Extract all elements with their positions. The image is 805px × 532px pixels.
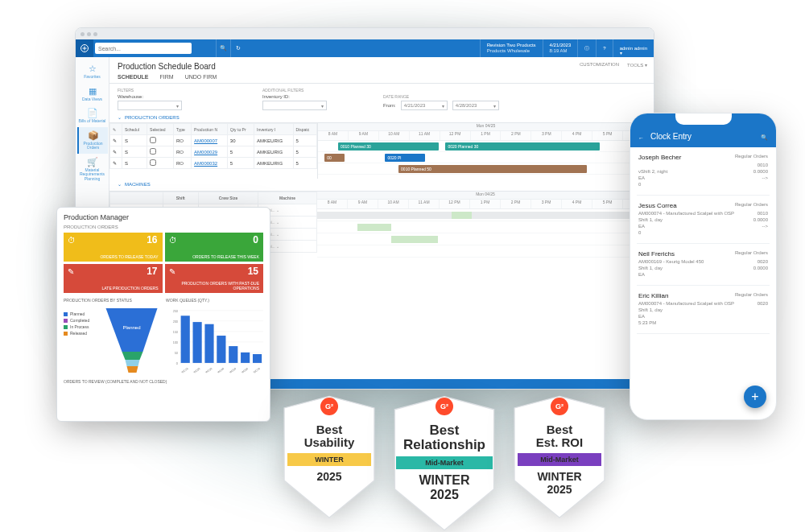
svg-rect-18 [181, 315, 190, 363]
award-badge: G² BestUsability WINTER 2025 [280, 394, 378, 522]
nav-item[interactable]: 📄Bills of Material [77, 105, 108, 127]
svg-rect-24 [217, 336, 225, 363]
svg-text:WC40: WC40 [217, 367, 225, 374]
row-checkbox[interactable] [150, 148, 156, 155]
nav-item[interactable]: ☆Favorites [77, 60, 108, 83]
svg-text:0: 0 [176, 362, 178, 365]
svg-text:WC60: WC60 [241, 367, 249, 374]
app-logo-icon[interactable] [76, 39, 93, 57]
customization-link[interactable]: CUSTOMIZATION [580, 62, 619, 68]
machines-gantt[interactable]: Mon 04/25 8 AM9 AM10 AM11 AM12 PM1 PM2 P… [317, 192, 654, 258]
svg-rect-20 [193, 322, 202, 363]
warehouse-select[interactable]: ▾ [118, 101, 182, 110]
date-to[interactable]: 4/28/2023▾ [452, 101, 499, 110]
phone-search-icon[interactable]: 🔍 [761, 134, 768, 141]
svg-text:WC10: WC10 [181, 367, 189, 374]
svg-text:Planned: Planned [122, 325, 140, 330]
row-checkbox[interactable] [150, 137, 156, 143]
svg-marker-2 [122, 352, 143, 360]
nav-item[interactable]: 📦Production Orders [77, 127, 108, 154]
gantt-bar[interactable]: 0010 Planned 50 [398, 165, 587, 173]
tools-menu[interactable]: TOOLS ▾ [627, 62, 647, 68]
filter-bar: FILTERS Warehouse: ▾ ADDITIONAL FILTERS … [109, 84, 654, 112]
gantt-bar[interactable]: 0020 Planned 30 [445, 142, 600, 151]
list-item[interactable]: Jesus CorreaRegular Orders AM000074 - Ma… [637, 196, 770, 244]
table-row[interactable]: ✎SROAM0000295AMKEURIG5 [110, 146, 317, 158]
kpi-tile[interactable]: ⏱16ORDERS TO RELEASE TODAY [64, 233, 163, 262]
page-title: Production Schedule Board [109, 57, 654, 72]
table-row[interactable]: ✎SROAM0000325AMKEURIG5 [110, 158, 317, 169]
date-display[interactable]: 4/21/20238:19 AM [543, 39, 578, 57]
funnel-chart: PlannedCompletedIn ProcessReleased Plann… [64, 305, 161, 376]
list-item[interactable]: Joseph BecherRegular Orders 0010 vShift … [637, 147, 770, 196]
gantt-bar[interactable]: 0010 Planned 30 [338, 142, 439, 151]
svg-marker-3 [126, 360, 140, 366]
tab[interactable]: UNDO FIRM [185, 74, 217, 80]
list-item[interactable]: Eric KillianRegular Orders AM000074 - Ma… [637, 286, 770, 334]
svg-text:WC70: WC70 [253, 367, 261, 374]
award-badge: G² BestEst. ROI Mid-Market WINTER2025 [510, 394, 609, 522]
user-menu[interactable]: 👤 admin admin ▾ [613, 39, 654, 57]
company-selector[interactable]: Revision Two Products Products Wholesale [480, 39, 543, 57]
tab[interactable]: SCHEDULE [118, 74, 149, 80]
orders-section-header[interactable]: ⌄PRODUCTION ORDERS [109, 112, 654, 122]
svg-text:WC20: WC20 [193, 367, 201, 374]
award-badges: G² BestUsability WINTER 2025 G² BestRela… [280, 394, 609, 532]
gantt-bar[interactable]: 0020 Pl [385, 154, 425, 162]
search-button[interactable]: 🔍 [216, 39, 230, 57]
mobile-preview: ← Clock Entry 🔍 Joseph BecherRegular Ord… [630, 113, 777, 420]
help-icon[interactable]: ? [596, 39, 612, 57]
svg-rect-30 [253, 354, 262, 363]
svg-text:200: 200 [173, 320, 178, 324]
svg-rect-26 [229, 346, 237, 363]
back-icon[interactable]: ← [638, 135, 644, 141]
svg-marker-1 [106, 308, 158, 352]
list-item[interactable]: Neil FrerichsRegular Orders AM000169 - K… [637, 244, 770, 286]
card-title: Production Manager [64, 213, 263, 221]
table-row[interactable]: ✎SROAM00000730AMKEURIG5 [110, 135, 317, 146]
help-button[interactable]: ⓘ [577, 39, 596, 57]
machines-section-header[interactable]: ⌄MACHINES [109, 179, 654, 189]
svg-rect-22 [204, 324, 213, 363]
svg-text:WC30: WC30 [205, 367, 213, 374]
kpi-tile[interactable]: ✎17LATE PRODUCTION ORDERS [64, 264, 163, 293]
svg-text:WC50: WC50 [229, 367, 237, 374]
refresh-button[interactable]: ↻ [230, 39, 245, 57]
orders-gantt[interactable]: Mon 04/25 8 AM9 AM10 AM11 AM12 PM1 PM2 P… [317, 123, 654, 179]
phone-title: Clock Entry [650, 132, 754, 141]
svg-text:100: 100 [173, 341, 178, 344]
orders-table: ✎SchedulSelectedTypeProduction NQty to P… [109, 123, 317, 169]
app-header: 🔍 ↻ Revision Two Products Products Whole… [76, 39, 654, 57]
svg-text:250: 250 [173, 310, 178, 313]
tab[interactable]: FIRM [160, 74, 174, 80]
add-fab[interactable]: + [744, 386, 766, 408]
svg-text:150: 150 [173, 331, 178, 334]
row-checkbox[interactable] [150, 159, 156, 166]
production-manager-card: Production Manager PRODUCTION ORDERS ⏱16… [56, 207, 270, 422]
page-tabs: SCHEDULEFIRMUNDO FIRM [109, 72, 654, 84]
kpi-tile[interactable]: ⏱0ORDERS TO RELEASE THIS WEEK [165, 233, 264, 262]
search-input[interactable] [95, 43, 192, 54]
date-from[interactable]: 4/21/2023▾ [401, 101, 448, 110]
nav-item[interactable]: 🛒Material Requirements Planning [77, 154, 108, 185]
inventory-select[interactable]: ▾ [262, 101, 327, 110]
nav-item[interactable]: ▦Data Views [77, 83, 108, 105]
award-badge: G² BestRelationship Mid-Market WINTER202… [388, 394, 501, 532]
svg-marker-4 [127, 366, 138, 373]
gantt-bar[interactable]: 00 [324, 154, 345, 162]
svg-text:50: 50 [175, 352, 178, 355]
work-queues-chart: 050100150200250WC10WC20WC30WC40WC50WC60W… [166, 305, 263, 376]
kpi-tile[interactable]: ✎15PRODUCTION ORDERS WITH PAST-DUE OPERA… [165, 264, 264, 293]
window-titlebar [76, 28, 654, 39]
svg-rect-28 [241, 353, 250, 363]
